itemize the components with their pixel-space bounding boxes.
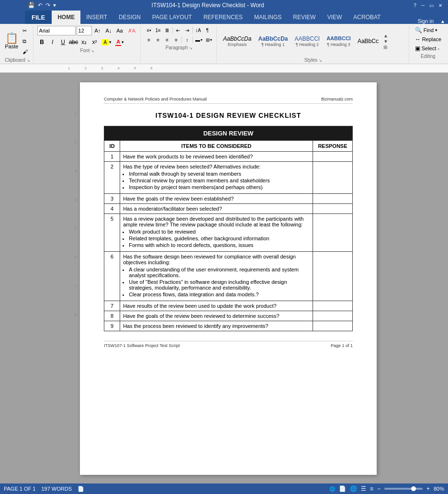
save-button[interactable]: 💾 (27, 1, 36, 9)
tab-design[interactable]: DESIGN (113, 11, 146, 24)
underline-button[interactable]: U (58, 37, 68, 47)
tab-page-layout[interactable]: PAGE LAYOUT (146, 11, 198, 24)
row-items: Has a moderator/facilitator been selecte… (120, 204, 313, 214)
align-center-button[interactable]: ≡ (154, 35, 162, 44)
font-color-button[interactable]: A▾ (114, 37, 125, 47)
styles-area: AaBbCcDa Emphasis AaBbCcDa ¶ Heading 1 A… (221, 34, 381, 48)
ribbon-content: 📋 Paste ✂ ⧉ 🖌 Clipboard ↘ A↑ A↓ Aa ✗A B (0, 24, 448, 64)
font-name-input[interactable] (37, 26, 76, 35)
proofing-icon[interactable]: 📄 (78, 486, 84, 492)
styles-scroll-down-button[interactable]: ▼ (383, 39, 388, 44)
col-header-response: RESPONSE (313, 141, 352, 152)
multilevel-list-button[interactable]: ≣ (163, 26, 171, 34)
tab-acrobat[interactable]: ACROBAT (347, 11, 386, 24)
format-painter-button[interactable]: 🖌 (21, 47, 30, 56)
window-controls: ? ─ ▭ ✕ (412, 3, 444, 8)
text-highlight-button[interactable]: A▾ (101, 38, 113, 46)
qat-dropdown-button[interactable]: ▾ (52, 1, 57, 9)
styles-scroll-up-button[interactable]: ▲ (383, 33, 388, 38)
style-default[interactable]: AaBbCc (355, 36, 381, 46)
zoom-in-button[interactable]: + (426, 485, 430, 492)
replace-button[interactable]: ↔ Replace (413, 35, 443, 44)
view-web-button[interactable]: 🌐 (350, 485, 357, 492)
font-size-increase-btn[interactable]: A↑ (93, 26, 103, 35)
tab-mailings[interactable]: MAILINGS (248, 11, 287, 24)
clear-format-btn[interactable]: ✗A (126, 26, 137, 35)
borders-button[interactable]: ⊞▾ (204, 36, 213, 44)
ribbon-tabs: FILE HOME INSERT DESIGN PAGE LAYOUT REFE… (0, 11, 448, 24)
table-row: 4Has a moderator/facilitator been select… (104, 204, 353, 214)
view-draft-button[interactable]: ≡ (370, 485, 373, 492)
tab-references[interactable]: REFERENCES (198, 11, 248, 24)
line-spacing-button[interactable]: ↕ (183, 35, 191, 44)
zoom-slider[interactable] (384, 488, 423, 490)
row-id: 6 (104, 252, 120, 301)
undo-button[interactable]: ↶ (37, 1, 44, 9)
row-items: Have results of the review been used to … (120, 301, 313, 311)
zoom-out-button[interactable]: − (377, 485, 381, 492)
align-left-button[interactable]: ≡ (145, 35, 153, 44)
table-row: 9Has the process been reviewed to identi… (104, 321, 353, 331)
tab-review[interactable]: REVIEW (287, 11, 321, 24)
select-button[interactable]: ▣ Select - (413, 44, 443, 53)
show-hide-button[interactable]: ¶ (203, 26, 212, 34)
view-print-button[interactable]: 📄 (339, 485, 346, 492)
row-response (313, 152, 352, 162)
sign-in-button[interactable]: Sign in (414, 18, 437, 24)
zoom-thumb[interactable] (411, 486, 416, 491)
page-footer: ITSW107-1 Software Project Test Script P… (104, 341, 353, 348)
table-body: 1Have the work products to be reviewed b… (104, 152, 353, 331)
paste-button[interactable]: 📋 Paste (5, 33, 18, 49)
change-case-btn[interactable]: Aa (114, 26, 124, 35)
help-icon[interactable]: ? (412, 3, 418, 8)
bullet-item: Forms with which to record defects, ques… (129, 242, 310, 248)
style-heading1[interactable]: AaBbCcDa ¶ Heading 1 (256, 34, 290, 48)
subscript-button[interactable]: x₂ (79, 37, 89, 47)
styles-expand-button[interactable]: ⊞ (383, 45, 388, 50)
cut-button[interactable]: ✂ (21, 26, 30, 35)
clipboard-label: Clipboard ↘ (5, 57, 30, 63)
bullets-button[interactable]: ≡• (145, 26, 153, 34)
file-tab[interactable]: FILE (25, 11, 52, 24)
footer-left: ITSW107-1 Software Project Test Script (104, 343, 179, 348)
view-outline-button[interactable]: ☰ (361, 485, 366, 492)
row-response (313, 204, 352, 214)
font-size-decrease-btn[interactable]: A↓ (103, 26, 113, 35)
quick-access-toolbar: 💾 ↶ ↷ ▾ (25, 0, 59, 11)
style-heading2[interactable]: AABBCCI ¶ Heading 2 (292, 34, 322, 48)
redo-button[interactable]: ↷ (45, 1, 51, 9)
strikethrough-button[interactable]: abc (69, 37, 78, 47)
increase-indent-button[interactable]: ⇥ (183, 26, 191, 34)
col-header-items: ITEMS TO BE CONSIDERED (120, 141, 313, 152)
editing-group: 🔍 Find ▾ ↔ Replace ▣ Select - Editing (410, 26, 446, 63)
superscript-button[interactable]: x² (90, 37, 100, 47)
bold-button[interactable]: B (37, 37, 47, 47)
vertical-ruler: 1 2 3 4 5 6 7 8 (71, 82, 80, 475)
font-size-input[interactable] (77, 26, 92, 35)
copy-button[interactable]: ⧉ (21, 36, 30, 46)
status-bar: PAGE 1 OF 1 197 WORDS 📄 🌐 📄 🌐 ☰ ≡ − + 80… (0, 483, 448, 494)
row-items: Have the goals of the review been establ… (120, 194, 313, 204)
numbering-button[interactable]: 1≡ (154, 26, 162, 34)
sort-button[interactable]: ↕A (194, 26, 202, 34)
italic-button[interactable]: I (48, 37, 57, 47)
style-heading3[interactable]: AABBCCI ¶ Heading 3 (324, 34, 353, 48)
align-right-button[interactable]: ≡ (163, 35, 171, 44)
restore-button[interactable]: ▭ (427, 3, 436, 8)
row-id: 2 (104, 162, 120, 194)
style-emphasis[interactable]: AaBbCcDa Emphasis (221, 34, 254, 48)
find-button[interactable]: 🔍 Find ▾ (413, 26, 443, 34)
ribbon-collapse-btn[interactable]: ▲ (437, 19, 448, 24)
tab-view[interactable]: VIEW (322, 11, 348, 24)
checklist-table: DESIGN REVIEW ID ITEMS TO BE CONSIDERED … (104, 126, 353, 331)
zoom-level[interactable]: 80% (434, 486, 444, 492)
minimize-button[interactable]: ─ (419, 3, 426, 8)
tab-insert[interactable]: INSERT (80, 11, 113, 24)
table-row: 3Have the goals of the review been estab… (104, 194, 353, 204)
justify-button[interactable]: ≡ (172, 35, 180, 44)
decrease-indent-button[interactable]: ⇤ (174, 26, 182, 34)
shading-button[interactable]: ▬▾ (194, 36, 204, 44)
close-button[interactable]: ✕ (437, 3, 444, 8)
word-count: 197 WORDS (41, 486, 72, 492)
tab-home[interactable]: HOME (52, 11, 80, 24)
